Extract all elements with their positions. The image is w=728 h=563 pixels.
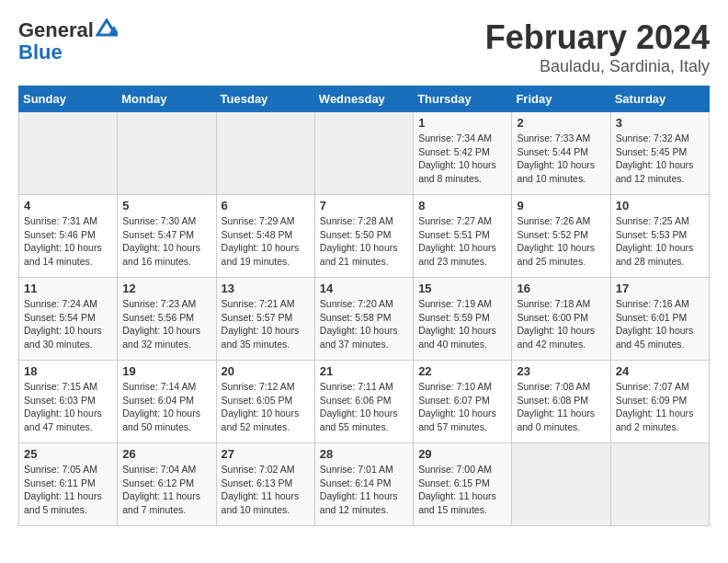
calendar-cell [19, 112, 118, 195]
calendar-cell: 10Sunrise: 7:25 AM Sunset: 5:53 PM Dayli… [610, 195, 709, 278]
day-info: Sunrise: 7:25 AM Sunset: 5:53 PM Dayligh… [616, 214, 704, 269]
day-info: Sunrise: 7:32 AM Sunset: 5:45 PM Dayligh… [616, 132, 704, 186]
calendar-cell: 11Sunrise: 7:24 AM Sunset: 5:54 PM Dayli… [19, 278, 118, 361]
calendar-cell: 21Sunrise: 7:11 AM Sunset: 6:06 PM Dayli… [314, 361, 413, 443]
calendar-week-row: 11Sunrise: 7:24 AM Sunset: 5:54 PM Dayli… [19, 278, 710, 361]
logo-general-text: General [18, 18, 94, 41]
day-info: Sunrise: 7:34 AM Sunset: 5:42 PM Dayligh… [418, 132, 506, 186]
day-number: 19 [122, 364, 210, 378]
day-number: 27 [222, 447, 310, 461]
calendar-cell: 18Sunrise: 7:15 AM Sunset: 6:03 PM Dayli… [19, 361, 118, 443]
day-number: 4 [24, 199, 112, 213]
day-number: 23 [517, 364, 605, 378]
day-info: Sunrise: 7:24 AM Sunset: 5:54 PM Dayligh… [24, 297, 112, 351]
calendar-week-row: 25Sunrise: 7:05 AM Sunset: 6:11 PM Dayli… [19, 443, 710, 526]
day-number: 16 [517, 282, 605, 295]
day-number: 12 [122, 282, 210, 295]
day-number: 13 [222, 282, 310, 295]
day-number: 29 [418, 447, 506, 461]
calendar-cell: 20Sunrise: 7:12 AM Sunset: 6:05 PM Dayli… [216, 361, 314, 443]
day-info: Sunrise: 7:23 AM Sunset: 5:56 PM Dayligh… [122, 297, 210, 351]
day-number: 15 [418, 282, 506, 295]
calendar-cell: 22Sunrise: 7:10 AM Sunset: 6:07 PM Dayli… [414, 361, 512, 443]
calendar-day-header: Wednesday [314, 86, 413, 112]
day-number: 8 [418, 199, 506, 213]
logo-icon [96, 18, 118, 37]
calendar-header-row: SundayMondayTuesdayWednesdayThursdayFrid… [19, 86, 710, 112]
day-info: Sunrise: 7:29 AM Sunset: 5:48 PM Dayligh… [222, 214, 310, 269]
calendar-day-header: Saturday [610, 86, 709, 112]
day-number: 11 [24, 282, 112, 295]
day-number: 22 [418, 364, 506, 378]
calendar-cell: 15Sunrise: 7:19 AM Sunset: 5:59 PM Dayli… [414, 278, 512, 361]
calendar-cell: 26Sunrise: 7:04 AM Sunset: 6:12 PM Dayli… [118, 443, 216, 526]
day-info: Sunrise: 7:07 AM Sunset: 6:09 PM Dayligh… [616, 380, 704, 434]
calendar-cell: 27Sunrise: 7:02 AM Sunset: 6:13 PM Dayli… [216, 443, 314, 526]
calendar-cell [314, 112, 413, 195]
day-info: Sunrise: 7:18 AM Sunset: 6:00 PM Dayligh… [517, 297, 605, 351]
title-block: February 2024 Bauladu, Sardinia, Italy [485, 18, 710, 76]
day-number: 21 [320, 364, 408, 378]
day-number: 6 [222, 199, 310, 213]
calendar-cell: 7Sunrise: 7:28 AM Sunset: 5:50 PM Daylig… [314, 195, 413, 278]
calendar-cell: 4Sunrise: 7:31 AM Sunset: 5:46 PM Daylig… [19, 195, 118, 278]
day-info: Sunrise: 7:28 AM Sunset: 5:50 PM Dayligh… [320, 214, 408, 269]
calendar-cell: 5Sunrise: 7:30 AM Sunset: 5:47 PM Daylig… [118, 195, 216, 278]
day-number: 18 [24, 364, 112, 378]
day-number: 7 [320, 199, 408, 213]
day-info: Sunrise: 7:12 AM Sunset: 6:05 PM Dayligh… [222, 380, 310, 434]
calendar-week-row: 1Sunrise: 7:34 AM Sunset: 5:42 PM Daylig… [19, 112, 710, 195]
day-number: 14 [320, 282, 408, 295]
calendar-cell: 28Sunrise: 7:01 AM Sunset: 6:14 PM Dayli… [314, 443, 413, 526]
day-info: Sunrise: 7:20 AM Sunset: 5:58 PM Dayligh… [320, 297, 408, 351]
day-number: 24 [616, 364, 704, 378]
calendar-table: SundayMondayTuesdayWednesdayThursdayFrid… [18, 86, 710, 526]
day-info: Sunrise: 7:14 AM Sunset: 6:04 PM Dayligh… [122, 380, 210, 434]
calendar-cell: 29Sunrise: 7:00 AM Sunset: 6:15 PM Dayli… [414, 443, 512, 526]
day-info: Sunrise: 7:11 AM Sunset: 6:06 PM Dayligh… [320, 380, 408, 434]
day-number: 10 [616, 199, 704, 213]
day-info: Sunrise: 7:30 AM Sunset: 5:47 PM Dayligh… [122, 214, 210, 269]
day-info: Sunrise: 7:27 AM Sunset: 5:51 PM Dayligh… [418, 214, 506, 269]
day-info: Sunrise: 7:31 AM Sunset: 5:46 PM Dayligh… [24, 214, 112, 269]
calendar-cell: 9Sunrise: 7:26 AM Sunset: 5:52 PM Daylig… [512, 195, 610, 278]
calendar-cell: 3Sunrise: 7:32 AM Sunset: 5:45 PM Daylig… [610, 112, 709, 195]
day-info: Sunrise: 7:21 AM Sunset: 5:57 PM Dayligh… [222, 297, 310, 351]
calendar-day-header: Friday [512, 86, 610, 112]
calendar-cell: 25Sunrise: 7:05 AM Sunset: 6:11 PM Dayli… [19, 443, 118, 526]
day-info: Sunrise: 7:01 AM Sunset: 6:14 PM Dayligh… [320, 463, 408, 517]
calendar-cell: 8Sunrise: 7:27 AM Sunset: 5:51 PM Daylig… [414, 195, 512, 278]
day-number: 1 [418, 116, 506, 130]
calendar-cell [512, 443, 610, 526]
logo-blue-text: Blue [18, 40, 63, 63]
calendar-cell: 23Sunrise: 7:08 AM Sunset: 6:08 PM Dayli… [512, 361, 610, 443]
calendar-cell: 14Sunrise: 7:20 AM Sunset: 5:58 PM Dayli… [314, 278, 413, 361]
calendar-day-header: Thursday [414, 86, 512, 112]
calendar-day-header: Monday [118, 86, 216, 112]
day-number: 20 [222, 364, 310, 378]
day-number: 2 [517, 116, 605, 130]
calendar-week-row: 4Sunrise: 7:31 AM Sunset: 5:46 PM Daylig… [19, 195, 710, 278]
day-number: 26 [122, 447, 210, 461]
calendar-cell [610, 443, 709, 526]
day-number: 28 [320, 447, 408, 461]
calendar-cell: 1Sunrise: 7:34 AM Sunset: 5:42 PM Daylig… [414, 112, 512, 195]
calendar-cell: 6Sunrise: 7:29 AM Sunset: 5:48 PM Daylig… [216, 195, 314, 278]
day-number: 17 [616, 282, 704, 295]
calendar-cell: 13Sunrise: 7:21 AM Sunset: 5:57 PM Dayli… [216, 278, 314, 361]
calendar-cell: 24Sunrise: 7:07 AM Sunset: 6:09 PM Dayli… [610, 361, 709, 443]
day-number: 3 [616, 116, 704, 130]
day-number: 9 [517, 199, 605, 213]
calendar-day-header: Tuesday [216, 86, 314, 112]
calendar-cell: 16Sunrise: 7:18 AM Sunset: 6:00 PM Dayli… [512, 278, 610, 361]
day-info: Sunrise: 7:08 AM Sunset: 6:08 PM Dayligh… [517, 380, 605, 434]
day-info: Sunrise: 7:16 AM Sunset: 6:01 PM Dayligh… [616, 297, 704, 351]
day-number: 25 [24, 447, 112, 461]
calendar-cell [216, 112, 314, 195]
calendar-cell [118, 112, 216, 195]
calendar-day-header: Sunday [19, 86, 118, 112]
logo: General Blue [18, 18, 118, 63]
calendar-cell: 19Sunrise: 7:14 AM Sunset: 6:04 PM Dayli… [118, 361, 216, 443]
day-info: Sunrise: 7:00 AM Sunset: 6:15 PM Dayligh… [418, 463, 506, 517]
day-info: Sunrise: 7:02 AM Sunset: 6:13 PM Dayligh… [222, 463, 310, 517]
